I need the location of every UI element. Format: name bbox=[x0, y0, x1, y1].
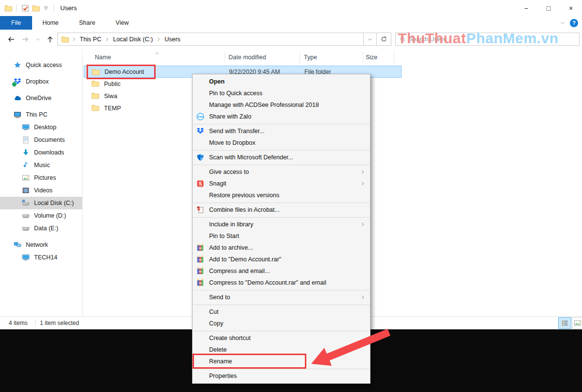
column-divider[interactable] bbox=[363, 51, 363, 63]
winrar-icon bbox=[196, 267, 204, 275]
sidebar-item-desktop[interactable]: Desktop bbox=[0, 121, 82, 134]
column-header-size[interactable]: Size bbox=[366, 54, 377, 61]
film-icon bbox=[22, 187, 30, 194]
context-menu: Open Pin to Quick access Manage with ACD… bbox=[192, 74, 370, 384]
sidebar-item-dropbox[interactable]: Dropbox bbox=[0, 75, 82, 88]
menu-item-restore-previous-versions[interactable]: Restore previous versions bbox=[193, 189, 370, 201]
back-button[interactable] bbox=[6, 33, 16, 46]
breadcrumb-users[interactable]: Users bbox=[163, 36, 181, 43]
menu-item-send-with-transfer[interactable]: Send with Transfer... bbox=[193, 125, 370, 137]
drive-icon bbox=[22, 212, 30, 220]
sidebar-item-network[interactable]: Network bbox=[0, 239, 82, 251]
recent-locations-chevron-icon[interactable] bbox=[34, 33, 42, 46]
file-name: Siwa bbox=[104, 93, 117, 100]
menu-item-include-in-library[interactable]: Include in library bbox=[193, 219, 370, 230]
tab-share[interactable]: Share bbox=[69, 16, 106, 30]
sidebar-item-label: Videos bbox=[34, 187, 53, 194]
menu-item-properties[interactable]: Properties bbox=[193, 370, 370, 382]
menu-item-combine-files-in-acrobat[interactable]: Combine files in Acrobat... bbox=[193, 204, 370, 216]
sidebar-item-this-pc[interactable]: This PC bbox=[0, 108, 82, 121]
sidebar-item-data-e[interactable]: Data (E:) bbox=[0, 222, 82, 235]
sidebar-item-downloads[interactable]: Downloads bbox=[0, 146, 82, 159]
sidebar-item-videos[interactable]: Videos bbox=[0, 184, 82, 197]
sidebar-item-volume-d[interactable]: Volume (D:) bbox=[0, 209, 82, 222]
up-button[interactable] bbox=[45, 33, 55, 46]
defender-shield-icon bbox=[196, 153, 204, 161]
quick-access-toolbar: Users bbox=[0, 4, 77, 12]
menu-item-compress-and-email[interactable]: Compress and email... bbox=[193, 265, 370, 277]
sidebar-item-local-disk-c[interactable]: Local Disk (C:) bbox=[0, 197, 82, 209]
menu-item-scan-with-defender[interactable]: Scan with Microsoft Defender... bbox=[193, 152, 370, 163]
details-view-button[interactable] bbox=[558, 317, 571, 329]
forward-button[interactable] bbox=[20, 33, 30, 46]
toolbar-separator bbox=[17, 4, 17, 12]
menu-item-move-to-dropbox[interactable]: Move to Dropbox bbox=[193, 137, 370, 149]
menu-separator bbox=[193, 331, 370, 331]
column-divider[interactable] bbox=[394, 51, 394, 63]
folder-icon bbox=[91, 104, 99, 112]
properties-check-icon[interactable] bbox=[21, 4, 29, 12]
acrobat-combine-icon bbox=[196, 206, 204, 214]
location-folder-icon bbox=[61, 35, 69, 43]
sidebar-item-quick-access[interactable]: Quick access bbox=[0, 59, 82, 71]
menu-item-snagit[interactable]: Snagit bbox=[193, 178, 370, 189]
close-button[interactable]: × bbox=[560, 0, 582, 16]
tab-home[interactable]: Home bbox=[32, 16, 69, 30]
menu-item-share-with-zalo[interactable]: Share with Zalo bbox=[193, 111, 370, 122]
zalo-icon bbox=[196, 113, 204, 120]
breadcrumb-local-disk-c[interactable]: Local Disk (C:) bbox=[112, 36, 154, 43]
breadcrumb-chevron-icon bbox=[105, 37, 109, 42]
computer-icon bbox=[14, 111, 21, 119]
menu-item-add-to-archive[interactable]: Add to archive... bbox=[193, 242, 370, 254]
new-folder-icon[interactable] bbox=[32, 4, 40, 12]
column-header-type[interactable]: Type bbox=[304, 54, 317, 61]
menu-item-open[interactable]: Open bbox=[193, 76, 370, 87]
maximize-button[interactable]: □ bbox=[537, 0, 560, 16]
collapse-ribbon-chevron-icon[interactable] bbox=[560, 20, 565, 25]
thumbnail-view-button[interactable] bbox=[572, 317, 582, 329]
menu-item-label: Properties bbox=[209, 373, 237, 379]
refresh-button[interactable] bbox=[376, 33, 391, 46]
menu-item-copy[interactable]: Copy bbox=[193, 318, 370, 329]
sidebar-item-documents[interactable]: Documents bbox=[0, 134, 82, 146]
menu-item-label: Compress to "Demo Account.rar" and email bbox=[209, 279, 326, 286]
column-header-name[interactable]: Name bbox=[95, 54, 111, 61]
menu-separator bbox=[193, 305, 370, 305]
sidebar-item-onedrive[interactable]: OneDrive bbox=[0, 92, 82, 104]
menu-item-pin-to-quick-access[interactable]: Pin to Quick access bbox=[193, 87, 370, 99]
minimize-button[interactable]: − bbox=[515, 0, 537, 16]
menu-item-label: Delete bbox=[209, 346, 227, 353]
customize-toolbar-chevron-icon[interactable] bbox=[43, 5, 49, 11]
sidebar-item-tech14[interactable]: TECH14 bbox=[0, 251, 82, 264]
menu-item-add-to-rar[interactable]: Add to "Demo Account.rar" bbox=[193, 254, 370, 265]
annotation-box-demo-account bbox=[87, 65, 156, 79]
watermark-left: ThuThuat bbox=[398, 30, 466, 46]
column-header-date-modified[interactable]: Date modified bbox=[229, 54, 266, 61]
menu-separator bbox=[193, 150, 370, 151]
tab-file[interactable]: File bbox=[0, 16, 32, 30]
menu-item-send-to[interactable]: Send to bbox=[193, 291, 370, 303]
menu-item-label: Add to "Demo Account.rar" bbox=[209, 256, 282, 263]
menu-item-label: Restore previous versions bbox=[209, 192, 280, 199]
menu-item-compress-to-rar-and-email[interactable]: Compress to "Demo Account.rar" and email bbox=[193, 277, 370, 289]
sidebar-item-pictures[interactable]: Pictures bbox=[0, 171, 82, 184]
sidebar-item-music[interactable]: Music bbox=[0, 159, 82, 171]
menu-item-label: Give access to bbox=[209, 169, 249, 175]
column-divider[interactable] bbox=[225, 51, 225, 63]
address-dropdown-button[interactable] bbox=[363, 33, 377, 46]
menu-separator bbox=[193, 124, 370, 124]
folder-icon bbox=[91, 80, 99, 87]
address-bar[interactable]: This PC Local Disk (C:) Users bbox=[57, 33, 364, 46]
column-divider[interactable] bbox=[300, 51, 300, 63]
folder-icon bbox=[91, 92, 99, 100]
breadcrumb-chevron-icon bbox=[71, 37, 76, 42]
menu-item-manage-with-acdsee[interactable]: Manage with ACDSee Professional 2018 bbox=[193, 99, 370, 111]
menu-item-give-access-to[interactable]: Give access to bbox=[193, 166, 370, 178]
sidebar-item-label: Documents bbox=[34, 136, 65, 143]
menu-item-create-shortcut[interactable]: Create shortcut bbox=[193, 332, 370, 344]
menu-item-cut[interactable]: Cut bbox=[193, 306, 370, 318]
help-button[interactable]: ? bbox=[570, 19, 578, 27]
tab-view[interactable]: View bbox=[106, 16, 139, 30]
menu-item-pin-to-start[interactable]: Pin to Start bbox=[193, 230, 370, 242]
breadcrumb-this-pc[interactable]: This PC bbox=[79, 36, 102, 43]
